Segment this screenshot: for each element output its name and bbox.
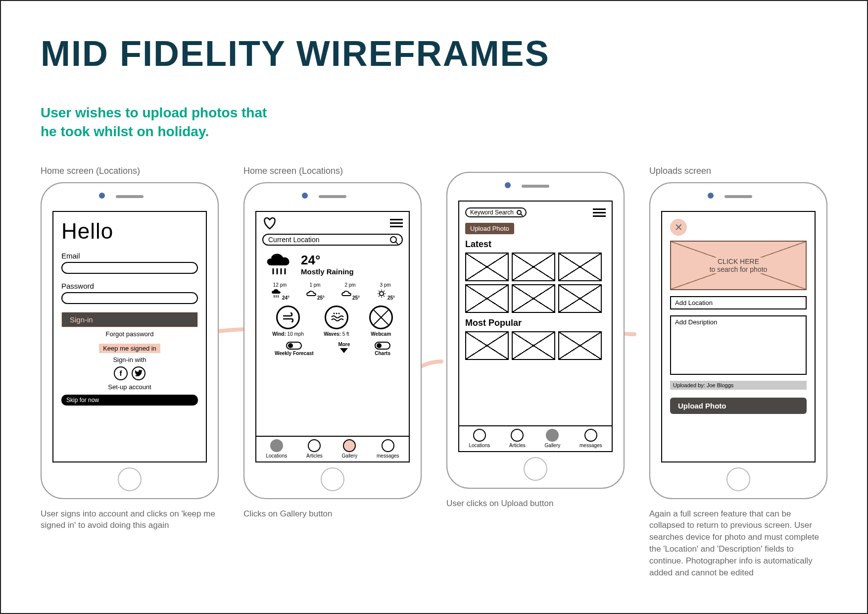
webcam-label: Webcam [371,331,391,337]
tab-label: Articles [509,443,526,448]
photo-placeholder[interactable] [465,331,509,360]
current-condition: Mostly Raining [301,268,354,276]
keyword-search[interactable]: Keyword Search [465,207,527,217]
rain-icon [270,289,282,299]
subtitle-line2: he took whilst on holiday. [41,122,827,141]
phone-2: Current Location 24° Mostly Raining 12 p… [243,182,422,499]
popular-heading: Most Popular [465,318,606,328]
home-button[interactable] [321,467,344,491]
tab-gallery[interactable]: Gallery [545,429,561,448]
tab-gallery[interactable]: Gallery [342,439,358,459]
upload-button[interactable]: Upload Photo [670,398,807,414]
subtitle-line1: User wishes to upload photos that [41,103,827,122]
password-field[interactable] [61,292,198,304]
waves-label: Waves: [324,331,341,337]
photo-placeholder[interactable] [512,253,555,281]
caption-4: Again a full screen feature that can be … [649,508,827,579]
subtitle: User wishes to upload photos that he too… [41,103,827,141]
current-temp: 24° [301,253,354,268]
caption-3: User clicks on Upload button [446,498,625,510]
more-label: More [338,342,350,347]
tab-articles[interactable]: Articles [509,429,526,448]
hour-temp: 25° [387,295,395,301]
svg-point-16 [333,312,335,314]
weekly-label: Weekly Forecast [275,351,314,356]
photo-placeholder[interactable] [465,253,509,281]
tab-label: messages [579,443,602,448]
facebook-icon[interactable]: f [114,366,128,380]
tab-label: Locations [266,453,287,459]
charts-label: Charts [375,351,390,356]
photo-placeholder[interactable] [558,253,602,281]
svg-point-17 [336,312,337,314]
tab-locations[interactable]: Locations [266,439,287,459]
heart-icon[interactable] [262,217,277,230]
home-button[interactable] [524,457,547,481]
waves-value: 5 ft [342,331,349,337]
password-label: Password [61,282,198,290]
upload-photo-button[interactable]: Upload Photo [465,223,514,234]
wind-icon [276,306,300,329]
close-icon[interactable]: ✕ [670,219,687,236]
tab-articles[interactable]: Articles [306,439,323,459]
webcam-icon [369,306,393,329]
keep-signed-in[interactable]: Keep me signed in [99,344,160,353]
phone-4: ✕ CLICK HERE to search for photo Add Loc… [649,182,827,499]
menu-icon[interactable] [390,217,403,229]
tab-label: Gallery [342,453,358,459]
svg-line-14 [384,291,385,292]
photo-picker[interactable]: CLICK HERE to search for photo [670,241,807,290]
description-input[interactable]: Add Desription [670,315,807,375]
hour-time: 12 pm [270,282,289,288]
rain-cloud-icon [262,251,296,278]
search-icon [517,210,522,215]
hour-temp: 24° [282,295,289,301]
signin-with-label: Sign-in with [61,356,198,363]
tab-label: Locations [469,443,490,448]
email-label: Email [61,252,198,260]
search-photo-text: to search for photo [707,265,771,273]
cloud-icon [340,289,352,299]
tab-messages[interactable]: messages [579,429,602,448]
keyword-placeholder: Keyword Search [470,209,514,216]
skip-button[interactable]: Skip for now [61,395,198,406]
more-button[interactable]: More [338,342,350,356]
hour-temp: 25° [352,295,360,301]
email-field[interactable] [61,262,198,274]
cloud-icon [305,289,317,299]
svg-point-7 [380,292,384,296]
wind-value: 10 mph [288,331,304,337]
home-button[interactable] [118,467,142,491]
menu-icon[interactable] [593,206,606,219]
charts-toggle[interactable]: Charts [375,342,390,356]
setup-account-link[interactable]: Set-up account [61,383,198,391]
svg-point-18 [338,312,339,314]
chevron-down-icon [340,348,348,353]
screen-label-4: Uploads screen [649,166,827,176]
photo-placeholder[interactable] [465,284,509,313]
location-input[interactable]: Add Location [670,296,807,309]
photo-placeholder[interactable] [512,331,555,360]
screen-label-1: Home screen (Locations) [41,166,219,176]
photo-placeholder[interactable] [558,284,602,313]
location-search[interactable]: Current Location [262,234,403,246]
weekly-toggle[interactable]: Weekly Forecast [275,342,314,356]
greeting: Hello [61,219,198,244]
signin-button[interactable]: Sign-in [61,312,198,327]
forgot-password-link[interactable]: Forgot password [61,330,198,338]
twitter-icon[interactable] [132,366,145,380]
svg-line-12 [379,291,380,292]
uploaded-by: Uploaded by: Joe Bloggs [670,381,807,390]
tab-messages[interactable]: messages [377,439,399,459]
search-icon [390,236,397,243]
tab-locations[interactable]: Locations [469,429,490,448]
wind-label: Wind: [272,331,286,337]
hour-temp: 25° [317,295,325,301]
screen-label-2: Home screen (Locations) [243,166,422,176]
latest-heading: Latest [465,239,606,250]
photo-placeholder[interactable] [512,284,555,313]
waves-icon [325,306,348,329]
page-title: MID FIDELITY WIREFRAMES [41,33,827,74]
home-button[interactable] [726,467,750,491]
photo-placeholder[interactable] [558,331,602,360]
